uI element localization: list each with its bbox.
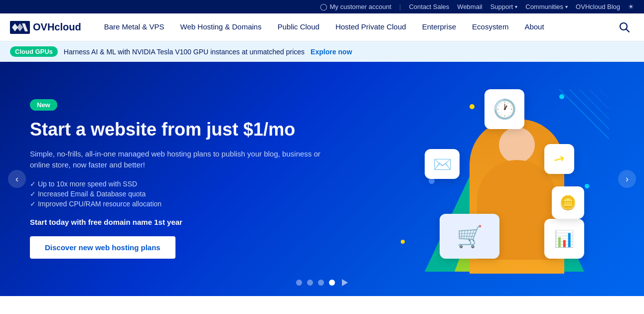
hero-cta-text: Start today with free domain name 1st ye… xyxy=(30,218,322,226)
cart-emoji: 🛒 xyxy=(457,224,483,249)
dot-1 xyxy=(470,104,475,109)
search-icon xyxy=(619,22,630,33)
carousel-play-button[interactable] xyxy=(342,279,348,286)
communities-label: Communities xyxy=(525,3,563,10)
cart-icon-card: 🛒 xyxy=(440,214,499,259)
carousel-next-button[interactable]: › xyxy=(618,170,636,188)
new-badge: New xyxy=(30,99,57,111)
dot-3 xyxy=(559,94,564,99)
logo-text: OVHcloud xyxy=(33,21,81,33)
chevron-down-icon: ▾ xyxy=(565,4,568,9)
globe-link[interactable]: ☀ xyxy=(628,3,634,10)
separator: | xyxy=(399,3,401,10)
clock-emoji: 🕐 xyxy=(493,98,516,120)
coins-icon-card: 🪙 xyxy=(552,186,584,219)
banner-text: Harness AI & ML with NVIDIA Tesla V100 G… xyxy=(64,48,305,56)
header: OVHcloud Bare Metal & VPS Web Hosting & … xyxy=(0,13,644,41)
email-emoji: ✉️ xyxy=(433,156,452,173)
hero-illustration: 🕐 ✉️ 🛒 📊 ↗ 🪙 xyxy=(322,84,614,274)
discover-plans-button[interactable]: Discover new web hosting plans xyxy=(30,236,175,259)
person-head xyxy=(499,127,535,163)
svg-line-2 xyxy=(627,29,630,32)
support-link[interactable]: Support ▾ xyxy=(490,3,518,10)
blog-label: OVHcloud Blog xyxy=(576,3,620,10)
arrow-up-icon: ↗ xyxy=(551,150,568,168)
carousel-dot-1[interactable] xyxy=(296,280,302,286)
main-nav: Bare Metal & VPS Web Hosting & Domains P… xyxy=(96,13,615,41)
globe-icon: ☀ xyxy=(628,3,634,10)
svg-line-6 xyxy=(589,89,609,109)
search-button[interactable] xyxy=(615,18,634,37)
support-label: Support xyxy=(490,3,513,10)
carousel-dot-4[interactable] xyxy=(329,280,335,286)
logo-link[interactable]: OVHcloud xyxy=(10,21,81,34)
nav-ecosystem[interactable]: Ecosystem xyxy=(464,13,516,41)
carousel-prev-button[interactable]: ‹ xyxy=(8,170,26,188)
account-icon: ◯ xyxy=(320,3,327,10)
account-label: My customer account xyxy=(329,3,391,10)
nav-enterprise[interactable]: Enterprise xyxy=(414,13,464,41)
banner-explore-link[interactable]: Explore now xyxy=(311,48,352,56)
coins-emoji: 🪙 xyxy=(559,194,577,211)
ovh-logo-icon xyxy=(10,21,30,34)
chart-icon-card: 📊 xyxy=(544,219,584,259)
account-link[interactable]: ◯ My customer account xyxy=(320,3,391,10)
banner-badge: Cloud GPUs xyxy=(10,46,58,57)
hero-features-list: ✓ Up to 10x more speed with SSD ✓ Increa… xyxy=(30,180,322,208)
contact-link[interactable]: Contact Sales xyxy=(409,3,449,10)
growth-icon-card: ↗ xyxy=(544,144,574,174)
feature-item: ✓ Increased Email & Database quota xyxy=(30,190,322,198)
feature-item: ✓ Up to 10x more speed with SSD xyxy=(30,180,322,188)
hero-title: Start a website from just $1/mo xyxy=(30,119,322,140)
carousel-dot-2[interactable] xyxy=(307,280,313,286)
nav-web-hosting[interactable]: Web Hosting & Domains xyxy=(172,13,270,41)
chevron-down-icon: ▾ xyxy=(515,4,517,9)
dot-5 xyxy=(401,240,405,244)
promo-banner: Cloud GPUs Harness AI & ML with NVIDIA T… xyxy=(0,41,644,62)
nav-public-cloud[interactable]: Public Cloud xyxy=(270,13,327,41)
webmail-link[interactable]: Webmail xyxy=(457,3,482,10)
blog-link[interactable]: OVHcloud Blog xyxy=(576,3,620,10)
feature-item: ✓ Improved CPU/RAM resource allocation xyxy=(30,200,322,208)
nav-hosted-private[interactable]: Hosted Private Cloud xyxy=(327,13,414,41)
carousel-dot-3[interactable] xyxy=(318,280,324,286)
contact-label: Contact Sales xyxy=(409,3,449,10)
clock-icon-card: 🕐 xyxy=(484,89,524,129)
dot-6 xyxy=(585,184,589,188)
chart-emoji: 📊 xyxy=(554,229,574,248)
communities-link[interactable]: Communities ▾ xyxy=(525,3,568,10)
webmail-label: Webmail xyxy=(457,3,482,10)
svg-line-7 xyxy=(599,89,609,99)
nav-bare-metal[interactable]: Bare Metal & VPS xyxy=(96,13,172,41)
top-bar: ◯ My customer account | Contact Sales We… xyxy=(0,0,644,13)
carousel-indicators xyxy=(296,279,348,286)
hero-section: ‹ New Start a website from just $1/mo Si… xyxy=(0,62,644,296)
nav-about[interactable]: About xyxy=(516,13,552,41)
email-icon-card: ✉️ xyxy=(425,149,460,179)
hero-description: Simple, no-frills, all-in-one managed we… xyxy=(30,149,322,171)
hero-content: New Start a website from just $1/mo Simp… xyxy=(30,99,322,258)
